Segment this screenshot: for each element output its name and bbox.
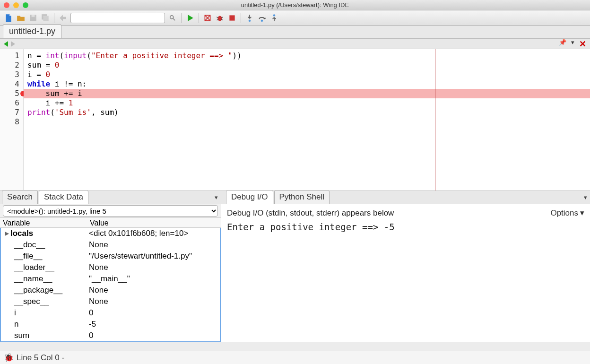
line-number[interactable]: 1 <box>2 51 19 61</box>
bug-icon: 🐞 <box>4 353 14 363</box>
stack-data-body[interactable]: ▸locals<dict 0x101f6b608; len=10>__doc__… <box>0 228 221 342</box>
svg-point-9 <box>218 16 222 21</box>
status-text: Line 5 Col 0 - <box>17 353 64 363</box>
code-line[interactable]: sum = 0 <box>24 61 590 70</box>
step-into-icon[interactable] <box>245 13 254 23</box>
pane-menu-icon[interactable]: ▾ <box>584 194 587 201</box>
editor: 12345678 n = int(input("Enter a positive… <box>0 49 590 191</box>
editor-navrow: 📌 ▾ ✕ <box>0 39 590 49</box>
search-icon[interactable] <box>168 15 177 21</box>
stack-data-row[interactable]: __doc__None <box>1 239 220 251</box>
right-pane: Debug I/O Python Shell ▾ Debug I/O (stdi… <box>221 191 590 342</box>
stack-data-row[interactable]: __loader__None <box>1 262 220 273</box>
stop-icon[interactable] <box>227 13 237 23</box>
minimize-window-button[interactable] <box>13 2 19 8</box>
debug-io-console[interactable]: Enter a positive integer ==> -5 <box>227 222 584 232</box>
right-pane-tabs: Debug I/O Python Shell ▾ <box>221 191 590 204</box>
svg-rect-14 <box>229 15 234 20</box>
svg-rect-3 <box>43 16 49 21</box>
code-line[interactable]: while i != n: <box>24 79 590 89</box>
new-file-icon[interactable] <box>4 13 13 23</box>
chevron-down-icon[interactable]: ▾ <box>571 39 574 49</box>
col-value: Value <box>87 218 112 227</box>
bottom-panes: Search Stack Data ▾ <module>(): untitled… <box>0 191 590 342</box>
debug-icon[interactable] <box>215 13 225 23</box>
zoom-window-button[interactable] <box>23 2 28 8</box>
line-number[interactable]: 4 <box>2 79 19 89</box>
tab-search[interactable]: Search <box>2 190 38 204</box>
close-window-button[interactable] <box>4 2 9 8</box>
tab-stack-data[interactable]: Stack Data <box>39 190 88 204</box>
code-area[interactable]: n = int(input("Enter a positive integer … <box>24 49 590 191</box>
stack-data-row[interactable]: i0 <box>1 307 220 319</box>
line-number[interactable]: 3 <box>2 70 19 79</box>
nav-forward-icon[interactable] <box>11 41 15 47</box>
svg-line-12 <box>217 19 218 20</box>
goto-icon[interactable] <box>58 13 68 23</box>
status-bar: 🐞 Line 5 Col 0 - <box>0 351 590 364</box>
svg-point-4 <box>170 15 174 18</box>
svg-line-5 <box>173 18 175 20</box>
svg-line-13 <box>221 19 223 20</box>
line-number[interactable]: 2 <box>2 61 19 70</box>
line-number[interactable]: 5 <box>2 89 19 98</box>
stack-data-row[interactable]: sum0 <box>1 330 220 341</box>
save-icon[interactable] <box>28 13 38 23</box>
tab-debug-io[interactable]: Debug I/O <box>226 190 273 204</box>
line-number[interactable]: 7 <box>2 108 19 117</box>
close-editor-icon[interactable]: ✕ <box>579 39 586 49</box>
stop-debug-icon[interactable] <box>203 13 212 23</box>
debug-io-heading: Debug I/O (stdin, stdout, stderr) appear… <box>227 208 394 218</box>
editor-tab[interactable]: untitled-1.py <box>3 24 61 38</box>
stack-data-row[interactable]: ▸locals<dict 0x101f6b608; len=10> <box>1 228 220 239</box>
pane-menu-icon[interactable]: ▾ <box>215 194 218 201</box>
svg-rect-1 <box>32 15 35 17</box>
stack-data-row[interactable]: n-5 <box>1 319 220 330</box>
step-out-icon[interactable] <box>269 13 279 23</box>
line-number[interactable]: 8 <box>2 117 19 127</box>
left-pane: Search Stack Data ▾ <module>(): untitled… <box>0 191 221 342</box>
options-menu[interactable]: Options ▾ <box>550 208 584 218</box>
svg-point-15 <box>249 19 251 22</box>
line-gutter[interactable]: 12345678 <box>0 49 24 191</box>
svg-point-17 <box>273 14 276 17</box>
step-over-icon[interactable] <box>257 13 267 23</box>
left-pane-tabs: Search Stack Data ▾ <box>0 191 221 204</box>
column-guide <box>435 49 435 191</box>
window-title: untitled-1.py (/Users/stewart): Wing IDE <box>0 1 590 9</box>
tab-python-shell[interactable]: Python Shell <box>274 190 330 204</box>
code-line[interactable]: print('Sum is', sum) <box>24 108 590 117</box>
code-line[interactable]: i += 1 <box>24 98 590 108</box>
search-input[interactable] <box>70 13 165 23</box>
stack-data-row[interactable]: __spec__None <box>1 296 220 307</box>
save-all-icon[interactable] <box>41 13 50 23</box>
code-line[interactable]: n = int(input("Enter a positive integer … <box>24 51 590 61</box>
code-line[interactable]: sum += i <box>24 89 590 98</box>
frame-selector: <module>(): untitled-1.py, line 5 <box>0 204 221 217</box>
stack-data-row[interactable]: __name__"__main__" <box>1 273 220 285</box>
stack-data-row[interactable]: __package__None <box>1 285 220 296</box>
main-toolbar <box>0 10 590 26</box>
pin-icon[interactable]: 📌 <box>559 39 566 49</box>
titlebar: untitled-1.py (/Users/stewart): Wing IDE <box>0 0 590 10</box>
frame-select[interactable]: <module>(): untitled-1.py, line 5 <box>3 205 218 217</box>
nav-back-icon[interactable] <box>4 41 8 47</box>
stack-data-header: Variable Value <box>0 217 221 228</box>
col-variable: Variable <box>0 218 87 227</box>
svg-point-16 <box>261 19 263 22</box>
editor-tabstrip: untitled-1.py <box>0 26 590 39</box>
code-line[interactable]: i = 0 <box>24 70 590 79</box>
open-file-icon[interactable] <box>16 13 26 23</box>
chevron-down-icon: ▾ <box>580 208 584 218</box>
run-icon[interactable] <box>185 13 195 23</box>
line-number[interactable]: 6 <box>2 98 19 108</box>
stack-data-row[interactable]: __file__"/Users/stewart/untitled-1.py" <box>1 251 220 262</box>
